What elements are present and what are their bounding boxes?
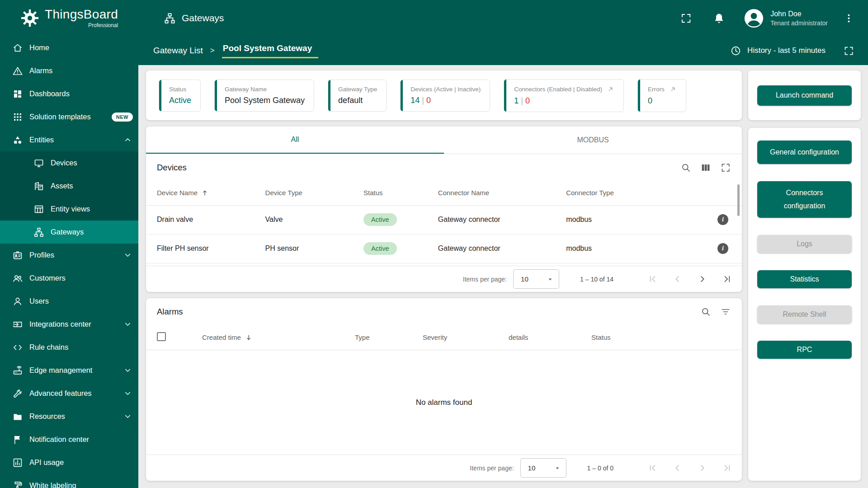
open-in-new-icon[interactable] [669, 85, 677, 93]
connectors-configuration-button[interactable]: Connectors configuration [757, 181, 852, 218]
stat-label: Gateway Name [225, 86, 267, 93]
status-badge: Active [363, 242, 397, 255]
items-per-page-select[interactable]: 10 [513, 269, 559, 289]
fullscreen-icon[interactable] [843, 45, 854, 56]
devices-panel-header: Devices [146, 154, 742, 181]
sidebar-item-advanced-features[interactable]: Advanced features [0, 382, 138, 405]
value-divider: | [422, 96, 424, 105]
view-columns-icon[interactable] [700, 162, 711, 173]
more-options-icon[interactable] [843, 13, 854, 24]
user-menu[interactable]: John Doe Tenant administrator [743, 8, 828, 29]
sidebar-item-customers[interactable]: Customers [0, 267, 138, 290]
stat-value: default [338, 96, 377, 105]
apps-grid-icon [12, 112, 23, 122]
tab-modbus[interactable]: MODBUS [444, 127, 742, 154]
gateway-actions-card: General configuration Connectors configu… [748, 128, 861, 481]
previous-page-button[interactable] [672, 273, 683, 285]
last-page-button[interactable] [722, 273, 733, 285]
sidebar-item-label: Rule chains [29, 343, 68, 352]
sidebar-item-label: Resources [29, 412, 65, 421]
chevron-down-icon [123, 319, 133, 329]
next-page-button[interactable] [697, 273, 708, 285]
expand-icon[interactable] [720, 162, 731, 173]
notifications-bell-icon[interactable] [713, 12, 725, 24]
open-in-new-icon[interactable] [607, 85, 614, 93]
remote-shell-button[interactable]: Remote Shell [757, 305, 852, 324]
alarms-panel-title: Alarms [157, 307, 183, 317]
history-range-label[interactable]: History - last 5 minutes [747, 46, 826, 55]
sidebar-item-integrations-center[interactable]: Integrations center [0, 313, 138, 336]
sidebar-item-devices[interactable]: Devices [0, 151, 138, 174]
user-info: John Doe Tenant administrator [770, 9, 828, 26]
column-created-time[interactable]: Created time [202, 333, 355, 342]
tab-all[interactable]: All [146, 127, 444, 154]
sidebar-item-home[interactable]: Home [0, 36, 138, 59]
column-status: Status [363, 181, 438, 205]
stat-errors: Errors 0 [637, 79, 686, 112]
search-icon[interactable] [680, 162, 691, 173]
sidebar-item-dashboards[interactable]: Dashboards [0, 82, 138, 105]
tab-bar: All MODBUS [146, 127, 742, 154]
column-connector-name: Connector Name [438, 181, 566, 205]
alarms-panel-header: Alarms [146, 298, 742, 325]
search-icon[interactable] [700, 306, 711, 317]
avatar [743, 8, 764, 29]
entities-icon [12, 135, 23, 145]
previous-page-button[interactable] [672, 462, 683, 474]
page-range-label: 1 – 0 of 0 [587, 465, 613, 472]
rule-chains-icon [12, 342, 23, 353]
items-per-page-select[interactable]: 10 [520, 458, 566, 478]
sidebar-item-rule-chains[interactable]: Rule chains [0, 336, 138, 359]
connectors-enabled-count: 1 [514, 96, 519, 105]
home-icon [12, 42, 23, 53]
sidebar-item-resources[interactable]: Resources [0, 405, 138, 428]
breadcrumb-current: Pool System Gateway [222, 43, 318, 58]
select-all-checkbox[interactable] [157, 332, 166, 341]
logs-button[interactable]: Logs [757, 235, 852, 253]
sidebar-item-assets[interactable]: Assets [0, 174, 138, 197]
sidebar-item-solution-templates[interactable]: Solution templates NEW [0, 105, 138, 128]
table-row[interactable]: Drain valve Valve Active Gateway connect… [146, 205, 742, 234]
breadcrumb-parent[interactable]: Gateway List [153, 46, 203, 56]
launch-command-button[interactable]: Launch command [757, 85, 852, 106]
user-name: John Doe [770, 9, 828, 18]
general-configuration-button[interactable]: General configuration [757, 141, 852, 164]
sidebar-item-gateways[interactable]: Gateways [0, 221, 138, 244]
last-page-button[interactable] [722, 462, 733, 474]
sidebar-item-profiles[interactable]: Profiles [0, 244, 138, 267]
chevron-down-icon [123, 411, 133, 422]
first-page-button[interactable] [647, 273, 658, 285]
customers-icon [12, 273, 23, 284]
sidebar-item-entities[interactable]: Entities [0, 128, 138, 151]
filter-icon[interactable] [720, 306, 731, 317]
sidebar-item-alarms[interactable]: Alarms [0, 59, 138, 82]
sidebar-item-notification-center[interactable]: Notification center [0, 428, 138, 451]
stat-status: Status Active [159, 80, 201, 112]
sidebar-item-white-labeling[interactable]: White labeling [0, 474, 138, 488]
device-info-icon[interactable]: i [717, 243, 728, 254]
statistics-button[interactable]: Statistics [757, 270, 852, 288]
sidebar-item-api-usage[interactable]: API usage [0, 451, 138, 474]
gateways-icon [33, 227, 44, 238]
items-per-page-value: 10 [521, 275, 528, 283]
sidebar-item-users[interactable]: Users [0, 290, 138, 313]
table-row[interactable]: Filter PH sensor PH sensor Active Gatewa… [146, 234, 742, 263]
devices-inactive-count: 0 [426, 96, 431, 105]
first-page-button[interactable] [647, 462, 658, 474]
thingsboard-logo[interactable]: ThingsBoard Professional [0, 8, 138, 28]
sidebar-item-entity-views[interactable]: Entity views [0, 197, 138, 221]
column-connector-type: Connector Type [566, 181, 715, 205]
brand-subtitle: Professional [45, 22, 118, 28]
history-controls: History - last 5 minutes [730, 45, 854, 56]
scrollbar-thumb[interactable] [737, 184, 740, 216]
column-label: Created time [202, 333, 241, 341]
sidebar-item-label: Profiles [29, 251, 54, 259]
brand-title: ThingsBoard [45, 8, 118, 21]
chevron-down-icon [123, 388, 133, 399]
column-device-name[interactable]: Device Name [146, 181, 265, 205]
next-page-button[interactable] [697, 462, 708, 474]
rpc-button[interactable]: RPC [757, 341, 852, 359]
device-info-icon[interactable]: i [717, 214, 728, 225]
sidebar-item-edge-management[interactable]: Edge management [0, 359, 138, 382]
fullscreen-icon[interactable] [680, 12, 692, 24]
